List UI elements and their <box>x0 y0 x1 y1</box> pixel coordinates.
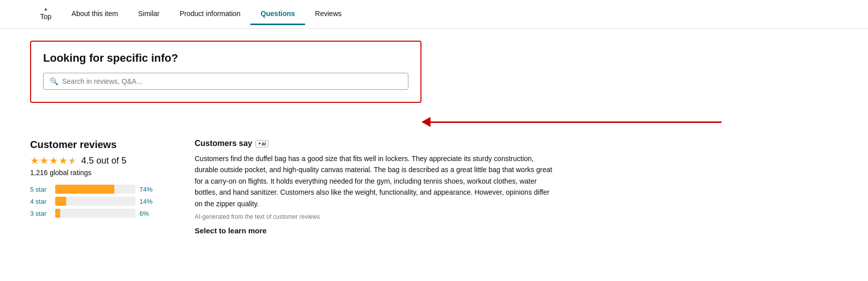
nav-item-similar[interactable]: Similar <box>128 4 170 25</box>
rating-text: 4.5 out of 5 <box>81 156 126 166</box>
bar-bg-5 <box>55 185 135 194</box>
ai-badge-text: ai <box>262 141 266 147</box>
stars-row: ★ ★ ★ ★ ★ 4.5 out of 5 <box>30 155 171 167</box>
search-icon: 🔍 <box>50 77 58 85</box>
customers-say-section: Customers say ✦ ai Customers find the du… <box>195 139 556 235</box>
customers-say-header: Customers say ✦ ai <box>195 139 556 148</box>
search-section-heading: Looking for specific info? <box>43 52 408 65</box>
nav-item-about[interactable]: About this item <box>62 4 128 25</box>
star-1: ★ <box>30 155 39 167</box>
main-content: Looking for specific info? 🔍 Customer re… <box>0 29 868 247</box>
rating-bar-row-5star: 5 star 74% <box>30 185 171 194</box>
arrow-annotation <box>30 117 838 127</box>
nav-item-top[interactable]: ▲ Top <box>30 0 62 28</box>
bar-fill-5 <box>55 185 114 194</box>
bar-pct-4[interactable]: 14% <box>139 198 156 205</box>
star-3: ★ <box>49 155 58 167</box>
star-2: ★ <box>40 155 49 167</box>
stars: ★ ★ ★ ★ ★ <box>30 155 77 167</box>
nav-label-about: About this item <box>72 10 118 18</box>
chevron-up-icon: ▲ <box>43 6 48 12</box>
customers-say-body: Customers find the duffel bag has a good… <box>195 153 556 209</box>
bottom-columns: Customer reviews ★ ★ ★ ★ ★ 4.5 out of 5 … <box>30 139 838 235</box>
bar-pct-3[interactable]: 6% <box>139 210 156 217</box>
nav-label-product-info: Product information <box>180 10 240 18</box>
nav-item-questions[interactable]: Questions <box>250 4 305 25</box>
select-to-learn-more[interactable]: Select to learn more <box>195 226 556 235</box>
star-5-half: ★ <box>68 155 77 167</box>
red-arrow <box>421 117 721 127</box>
star-label-5[interactable]: 5 star <box>30 186 51 193</box>
global-ratings: 1,216 global ratings <box>30 169 171 177</box>
star-label-4[interactable]: 4 star <box>30 198 51 205</box>
ai-generated-note: AI-generated from the text of customer r… <box>195 213 556 220</box>
bar-bg-4 <box>55 197 135 206</box>
search-input-wrapper: 🔍 <box>43 73 408 90</box>
bar-pct-5[interactable]: 74% <box>139 186 156 193</box>
nav-label-reviews: Reviews <box>315 10 342 18</box>
nav-item-product-info[interactable]: Product information <box>170 4 250 25</box>
rating-bar-row-4star: 4 star 14% <box>30 197 171 206</box>
star-4: ★ <box>59 155 68 167</box>
bar-fill-4 <box>55 197 66 206</box>
search-input[interactable] <box>62 77 402 85</box>
sparkle-icon: ✦ <box>258 142 261 146</box>
customer-reviews-heading: Customer reviews <box>30 139 171 151</box>
nav-label-questions: Questions <box>260 10 295 18</box>
search-section: Looking for specific info? 🔍 <box>30 41 421 103</box>
bar-fill-3 <box>55 209 60 218</box>
rating-bar-row-3star: 3 star 6% <box>30 209 171 218</box>
arrow-head <box>421 117 430 127</box>
ai-badge: ✦ ai <box>255 140 268 148</box>
nav-item-reviews[interactable]: Reviews <box>305 4 352 25</box>
customer-reviews-section: Customer reviews ★ ★ ★ ★ ★ 4.5 out of 5 … <box>30 139 171 235</box>
bar-bg-3 <box>55 209 135 218</box>
arrow-line <box>430 121 721 123</box>
customers-say-heading: Customers say <box>195 139 252 148</box>
nav-label-top: Top <box>40 13 52 21</box>
nav-label-similar: Similar <box>138 10 160 18</box>
nav-bar: ▲ Top About this item Similar Product in… <box>0 0 868 29</box>
star-label-3[interactable]: 3 star <box>30 210 51 217</box>
